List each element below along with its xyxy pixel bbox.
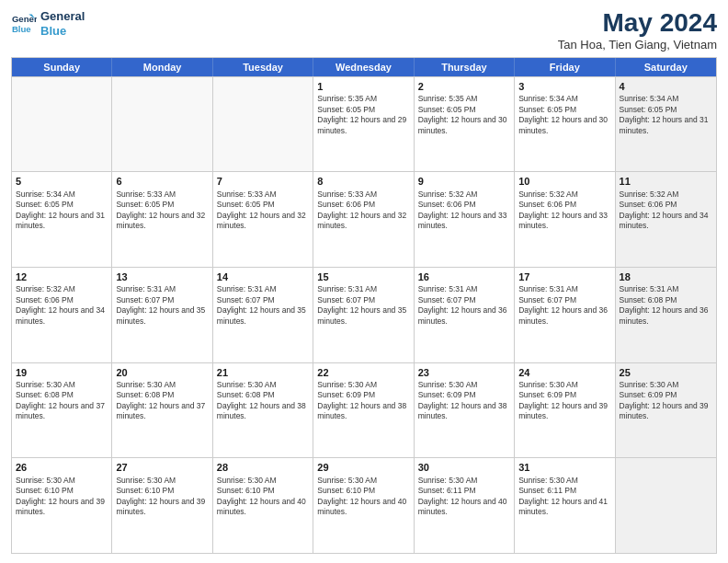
day-number: 20 <box>116 366 208 379</box>
logo-icon: General Blue <box>11 11 37 37</box>
header-day-thursday: Thursday <box>415 58 515 76</box>
calendar-body: 1Sunrise: 5:35 AM Sunset: 6:05 PM Daylig… <box>12 76 716 553</box>
cell-info: Sunrise: 5:30 AM Sunset: 6:09 PM Dayligh… <box>317 380 409 422</box>
cell-info: Sunrise: 5:30 AM Sunset: 6:10 PM Dayligh… <box>16 476 108 518</box>
cal-cell-day-16: 16Sunrise: 5:31 AM Sunset: 6:07 PM Dayli… <box>415 268 515 362</box>
cal-cell-day-23: 23Sunrise: 5:30 AM Sunset: 6:09 PM Dayli… <box>415 363 515 458</box>
day-number: 11 <box>620 175 712 188</box>
cell-info: Sunrise: 5:30 AM Sunset: 6:08 PM Dayligh… <box>217 380 309 422</box>
day-number: 19 <box>16 366 108 379</box>
cal-cell-day-19: 19Sunrise: 5:30 AM Sunset: 6:08 PM Dayli… <box>12 363 112 458</box>
header-day-saturday: Saturday <box>616 58 716 76</box>
day-number: 5 <box>16 175 108 188</box>
cell-info: Sunrise: 5:30 AM Sunset: 6:08 PM Dayligh… <box>16 380 108 422</box>
header-day-sunday: Sunday <box>12 58 112 76</box>
cell-info: Sunrise: 5:35 AM Sunset: 6:05 PM Dayligh… <box>317 94 409 136</box>
cal-cell-empty <box>213 77 313 172</box>
cal-cell-day-30: 30Sunrise: 5:30 AM Sunset: 6:11 PM Dayli… <box>415 458 515 553</box>
cell-info: Sunrise: 5:30 AM Sunset: 6:09 PM Dayligh… <box>518 380 610 422</box>
day-number: 16 <box>418 270 510 283</box>
cell-info: Sunrise: 5:34 AM Sunset: 6:05 PM Dayligh… <box>16 190 108 232</box>
day-number: 6 <box>116 175 208 188</box>
svg-text:Blue: Blue <box>12 23 31 33</box>
cell-info: Sunrise: 5:30 AM Sunset: 6:11 PM Dayligh… <box>518 476 610 518</box>
page: General Blue General Blue May 2024 Tan H… <box>0 0 728 563</box>
cal-cell-day-31: 31Sunrise: 5:30 AM Sunset: 6:11 PM Dayli… <box>515 458 615 553</box>
header: General Blue General Blue May 2024 Tan H… <box>11 9 717 52</box>
day-number: 30 <box>418 461 510 474</box>
day-number: 1 <box>317 80 409 93</box>
day-number: 10 <box>518 175 610 188</box>
cal-cell-day-25: 25Sunrise: 5:30 AM Sunset: 6:09 PM Dayli… <box>616 363 716 458</box>
day-number: 28 <box>217 461 309 474</box>
cal-cell-day-8: 8Sunrise: 5:33 AM Sunset: 6:06 PM Daylig… <box>313 172 414 267</box>
cell-info: Sunrise: 5:32 AM Sunset: 6:06 PM Dayligh… <box>16 284 108 327</box>
location-title: Tan Hoa, Tien Giang, Vietnam <box>558 38 717 52</box>
calendar-row-4: 26Sunrise: 5:30 AM Sunset: 6:10 PM Dayli… <box>12 457 716 553</box>
day-number: 13 <box>116 270 208 283</box>
cell-info: Sunrise: 5:31 AM Sunset: 6:07 PM Dayligh… <box>418 284 510 327</box>
day-number: 3 <box>518 80 610 93</box>
header-day-monday: Monday <box>112 58 212 76</box>
cal-cell-day-22: 22Sunrise: 5:30 AM Sunset: 6:09 PM Dayli… <box>313 363 414 458</box>
cal-cell-day-9: 9Sunrise: 5:32 AM Sunset: 6:06 PM Daylig… <box>415 172 515 267</box>
day-number: 25 <box>620 366 712 379</box>
day-number: 18 <box>620 270 712 283</box>
svg-text:General: General <box>12 14 37 24</box>
cell-info: Sunrise: 5:31 AM Sunset: 6:07 PM Dayligh… <box>317 284 409 327</box>
logo: General Blue General Blue <box>11 9 85 38</box>
day-number: 9 <box>418 175 510 188</box>
cal-cell-day-14: 14Sunrise: 5:31 AM Sunset: 6:07 PM Dayli… <box>213 268 313 362</box>
day-number: 14 <box>217 270 309 283</box>
cell-info: Sunrise: 5:30 AM Sunset: 6:10 PM Dayligh… <box>217 476 309 518</box>
day-number: 21 <box>217 366 309 379</box>
calendar-row-3: 19Sunrise: 5:30 AM Sunset: 6:08 PM Dayli… <box>12 362 716 458</box>
cell-info: Sunrise: 5:30 AM Sunset: 6:09 PM Dayligh… <box>418 380 510 422</box>
cal-cell-day-18: 18Sunrise: 5:31 AM Sunset: 6:08 PM Dayli… <box>616 268 716 362</box>
cell-info: Sunrise: 5:30 AM Sunset: 6:10 PM Dayligh… <box>317 476 409 518</box>
day-number: 23 <box>418 366 510 379</box>
cal-cell-day-21: 21Sunrise: 5:30 AM Sunset: 6:08 PM Dayli… <box>213 363 313 458</box>
day-number: 12 <box>16 270 108 283</box>
day-number: 15 <box>317 270 409 283</box>
cell-info: Sunrise: 5:35 AM Sunset: 6:05 PM Dayligh… <box>418 94 510 136</box>
day-number: 31 <box>518 461 610 474</box>
calendar-header-row: SundayMondayTuesdayWednesdayThursdayFrid… <box>12 58 716 76</box>
cell-info: Sunrise: 5:34 AM Sunset: 6:05 PM Dayligh… <box>518 94 610 136</box>
cal-cell-empty <box>616 458 716 553</box>
cal-cell-day-3: 3Sunrise: 5:34 AM Sunset: 6:05 PM Daylig… <box>515 77 615 172</box>
cell-info: Sunrise: 5:31 AM Sunset: 6:07 PM Dayligh… <box>217 284 309 327</box>
cell-info: Sunrise: 5:33 AM Sunset: 6:05 PM Dayligh… <box>116 190 208 232</box>
calendar-row-1: 5Sunrise: 5:34 AM Sunset: 6:05 PM Daylig… <box>12 171 716 267</box>
cal-cell-empty <box>112 77 212 172</box>
day-number: 27 <box>116 461 208 474</box>
cell-info: Sunrise: 5:32 AM Sunset: 6:06 PM Dayligh… <box>418 190 510 232</box>
cal-cell-day-29: 29Sunrise: 5:30 AM Sunset: 6:10 PM Dayli… <box>313 458 414 553</box>
cal-cell-day-20: 20Sunrise: 5:30 AM Sunset: 6:08 PM Dayli… <box>112 363 212 458</box>
day-number: 29 <box>317 461 409 474</box>
cal-cell-day-26: 26Sunrise: 5:30 AM Sunset: 6:10 PM Dayli… <box>12 458 112 553</box>
cal-cell-day-12: 12Sunrise: 5:32 AM Sunset: 6:06 PM Dayli… <box>12 268 112 362</box>
cal-cell-day-6: 6Sunrise: 5:33 AM Sunset: 6:05 PM Daylig… <box>112 172 212 267</box>
header-day-tuesday: Tuesday <box>213 58 313 76</box>
cell-info: Sunrise: 5:33 AM Sunset: 6:05 PM Dayligh… <box>217 190 309 232</box>
day-number: 2 <box>418 80 510 93</box>
cal-cell-day-27: 27Sunrise: 5:30 AM Sunset: 6:10 PM Dayli… <box>112 458 212 553</box>
calendar: SundayMondayTuesdayWednesdayThursdayFrid… <box>11 57 717 554</box>
day-number: 4 <box>620 80 712 93</box>
cal-cell-day-10: 10Sunrise: 5:32 AM Sunset: 6:06 PM Dayli… <box>515 172 615 267</box>
cell-info: Sunrise: 5:30 AM Sunset: 6:10 PM Dayligh… <box>116 476 208 518</box>
cell-info: Sunrise: 5:31 AM Sunset: 6:07 PM Dayligh… <box>116 284 208 327</box>
day-number: 22 <box>317 366 409 379</box>
cal-cell-day-4: 4Sunrise: 5:34 AM Sunset: 6:05 PM Daylig… <box>616 77 716 172</box>
day-number: 26 <box>16 461 108 474</box>
cal-cell-day-7: 7Sunrise: 5:33 AM Sunset: 6:05 PM Daylig… <box>213 172 313 267</box>
cal-cell-day-28: 28Sunrise: 5:30 AM Sunset: 6:10 PM Dayli… <box>213 458 313 553</box>
cell-info: Sunrise: 5:33 AM Sunset: 6:06 PM Dayligh… <box>317 190 409 232</box>
cell-info: Sunrise: 5:32 AM Sunset: 6:06 PM Dayligh… <box>620 190 712 232</box>
cal-cell-day-13: 13Sunrise: 5:31 AM Sunset: 6:07 PM Dayli… <box>112 268 212 362</box>
day-number: 7 <box>217 175 309 188</box>
cal-cell-day-1: 1Sunrise: 5:35 AM Sunset: 6:05 PM Daylig… <box>313 77 414 172</box>
logo-text-general: General <box>40 9 85 24</box>
cal-cell-day-2: 2Sunrise: 5:35 AM Sunset: 6:05 PM Daylig… <box>415 77 515 172</box>
